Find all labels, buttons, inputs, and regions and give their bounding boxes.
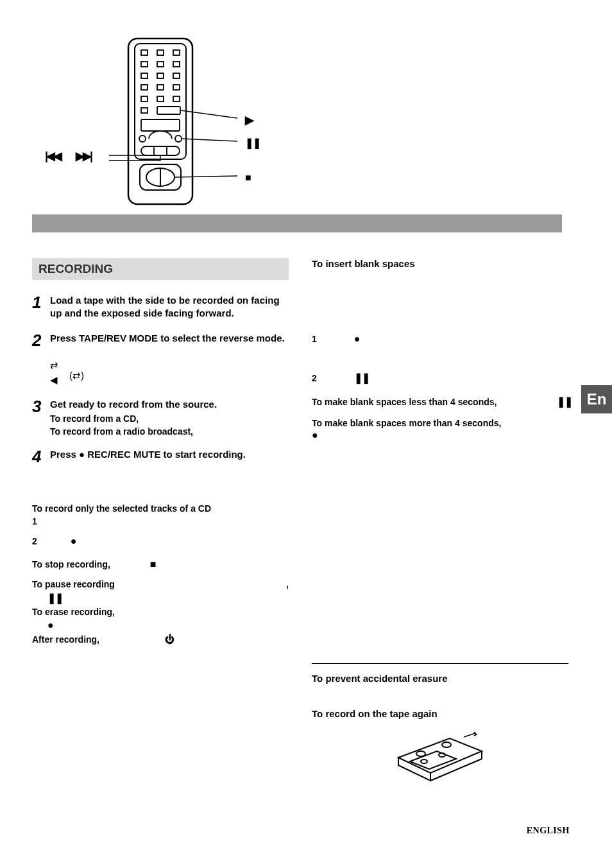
left-column: RECORDING 1 Load a tape with the side to… bbox=[32, 258, 289, 786]
pause-icon: ❚❚ bbox=[245, 136, 260, 150]
reverse-icon-1: ⇄ bbox=[50, 360, 58, 370]
svg-rect-12 bbox=[157, 85, 164, 90]
record-icon: ● bbox=[71, 535, 77, 547]
svg-rect-13 bbox=[173, 85, 180, 90]
step-sub: To record from a CD, bbox=[50, 413, 217, 424]
list-item: 1 bbox=[32, 516, 289, 526]
step-1: 1 Load a tape with the side to be record… bbox=[32, 294, 289, 320]
svg-rect-18 bbox=[157, 107, 180, 114]
svg-rect-2 bbox=[141, 50, 148, 55]
stop-recording-line: To stop recording, ■ bbox=[32, 559, 289, 570]
svg-rect-17 bbox=[141, 108, 148, 113]
svg-rect-8 bbox=[141, 73, 148, 78]
svg-rect-10 bbox=[173, 73, 180, 78]
record-icon-line: ● bbox=[47, 620, 289, 631]
record-icon: ● bbox=[47, 620, 54, 631]
svg-rect-6 bbox=[157, 62, 164, 67]
svg-line-28 bbox=[181, 110, 237, 118]
svg-rect-5 bbox=[141, 62, 148, 67]
after-recording-line: After recording, ⏻ bbox=[32, 634, 289, 645]
next-icon: ▶▶| bbox=[76, 149, 91, 163]
svg-rect-7 bbox=[173, 62, 180, 67]
svg-point-21 bbox=[175, 135, 182, 142]
stop-icon: ■ bbox=[150, 559, 157, 570]
step-number: 2 bbox=[32, 332, 50, 349]
power-icon: ⏻ bbox=[165, 634, 174, 645]
reverse-icon-3: ◀ bbox=[50, 374, 58, 385]
list-item: 2 ● bbox=[32, 535, 289, 547]
section-divider-bar bbox=[32, 214, 562, 232]
step-2: 2 Press TAPE/REV MODE to select the reve… bbox=[32, 332, 289, 349]
step-sub: To record from a radio broadcast, bbox=[50, 426, 217, 437]
record-icon-line: ● bbox=[312, 430, 568, 441]
svg-rect-19 bbox=[141, 119, 180, 131]
blank-more-4s-line: To make blank spaces more than 4 seconds… bbox=[312, 418, 568, 428]
step-number: 1 bbox=[32, 294, 50, 320]
recording-heading: RECORDING bbox=[32, 258, 289, 280]
divider-line bbox=[312, 663, 568, 664]
reverse-mode-icons: ⇄ (⇄) ◀ bbox=[50, 360, 289, 386]
svg-rect-11 bbox=[141, 85, 148, 90]
svg-rect-14 bbox=[141, 96, 148, 101]
record-again-heading: To record on the tape again bbox=[312, 708, 568, 719]
step-4: 4 Press ● REC/REC MUTE to start recordin… bbox=[32, 448, 289, 465]
pause-icon: ❚❚ bbox=[557, 395, 572, 408]
pause-recording-line: To pause recording , bbox=[32, 579, 289, 589]
prev-icon: |◀◀ bbox=[45, 149, 60, 163]
svg-point-34 bbox=[421, 759, 427, 763]
blank-less-4s-line: To make blank spaces less than 4 seconds… bbox=[312, 395, 568, 408]
svg-rect-15 bbox=[157, 96, 164, 101]
step-text: Get ready to record from the source. bbox=[50, 398, 217, 411]
pause-icon: ❚❚ bbox=[47, 592, 63, 604]
stop-icon: ■ bbox=[245, 171, 251, 184]
svg-point-33 bbox=[442, 742, 451, 747]
list-item: 2 ❚❚ bbox=[312, 372, 568, 384]
language-tab: En bbox=[581, 385, 612, 413]
step-3: 3 Get ready to record from the source. T… bbox=[32, 398, 289, 437]
svg-rect-9 bbox=[157, 73, 164, 78]
svg-rect-3 bbox=[157, 50, 164, 55]
right-column: To insert blank spaces 1 ● 2 ❚❚ To make … bbox=[312, 258, 568, 786]
svg-rect-22 bbox=[141, 146, 180, 155]
remote-svg bbox=[109, 36, 237, 208]
record-icon: ● bbox=[354, 333, 361, 345]
insert-blank-spaces-heading: To insert blank spaces bbox=[312, 258, 568, 269]
reverse-icon-2: (⇄) bbox=[69, 370, 84, 381]
record-selected-tracks-heading: To record only the selected tracks of a … bbox=[32, 503, 289, 514]
prevent-erasure-heading: To prevent accidental erasure bbox=[312, 673, 568, 684]
footer-language: ENGLISH bbox=[527, 826, 570, 836]
step-number: 3 bbox=[32, 398, 50, 437]
svg-rect-16 bbox=[173, 96, 180, 101]
remote-control-diagram: |◀◀ ▶▶| ▶ ❚❚ ■ bbox=[45, 36, 353, 209]
svg-line-29 bbox=[181, 139, 237, 141]
step-text: Press TAPE/REV MODE to select the revers… bbox=[50, 332, 285, 349]
step-text: Load a tape with the side to be recorded… bbox=[50, 294, 289, 320]
step-number: 4 bbox=[32, 448, 50, 465]
record-icon: ● bbox=[312, 430, 318, 441]
pause-icon-line: ❚❚ bbox=[47, 592, 289, 604]
svg-point-35 bbox=[439, 753, 445, 757]
step-text: Press ● REC/REC MUTE to start recording. bbox=[50, 448, 246, 465]
svg-rect-4 bbox=[173, 50, 180, 55]
svg-point-20 bbox=[139, 135, 146, 142]
list-item: 1 ● bbox=[312, 333, 568, 345]
play-icon: ▶ bbox=[245, 113, 254, 127]
pause-icon: ❚❚ bbox=[354, 372, 370, 384]
svg-line-31 bbox=[174, 176, 237, 177]
erase-recording-line: To erase recording, bbox=[32, 607, 289, 617]
cassette-illustration bbox=[312, 725, 568, 786]
